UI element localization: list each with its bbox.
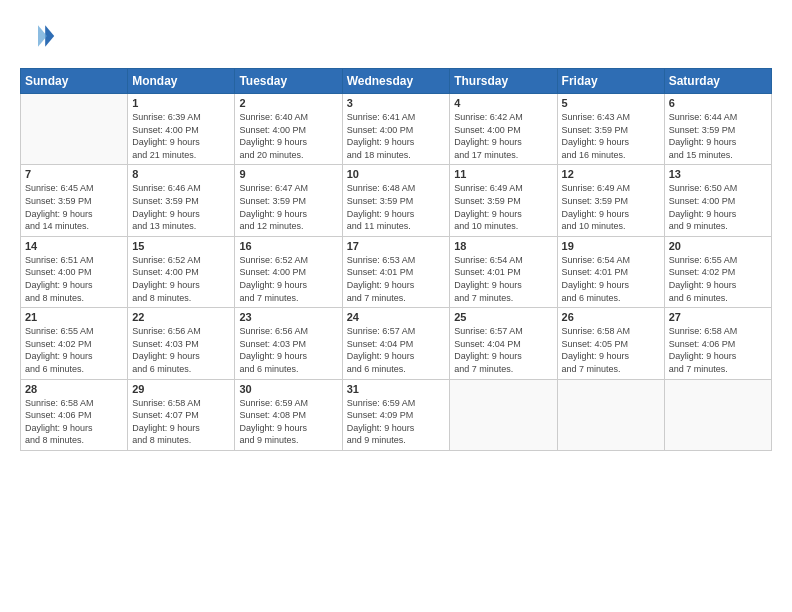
day-number: 18 (454, 240, 552, 252)
day-number: 8 (132, 168, 230, 180)
day-info: Sunrise: 6:44 AM Sunset: 3:59 PM Dayligh… (669, 111, 767, 161)
day-info: Sunrise: 6:55 AM Sunset: 4:02 PM Dayligh… (669, 254, 767, 304)
day-info: Sunrise: 6:56 AM Sunset: 4:03 PM Dayligh… (239, 325, 337, 375)
day-info: Sunrise: 6:40 AM Sunset: 4:00 PM Dayligh… (239, 111, 337, 161)
weekday-tuesday: Tuesday (235, 69, 342, 94)
day-info: Sunrise: 6:59 AM Sunset: 4:09 PM Dayligh… (347, 397, 446, 447)
logo (20, 18, 60, 54)
day-number: 3 (347, 97, 446, 109)
day-cell: 15Sunrise: 6:52 AM Sunset: 4:00 PM Dayli… (128, 236, 235, 307)
day-number: 20 (669, 240, 767, 252)
day-number: 7 (25, 168, 123, 180)
week-row-0: 1Sunrise: 6:39 AM Sunset: 4:00 PM Daylig… (21, 94, 772, 165)
day-info: Sunrise: 6:45 AM Sunset: 3:59 PM Dayligh… (25, 182, 123, 232)
day-number: 14 (25, 240, 123, 252)
day-cell: 9Sunrise: 6:47 AM Sunset: 3:59 PM Daylig… (235, 165, 342, 236)
day-info: Sunrise: 6:54 AM Sunset: 4:01 PM Dayligh… (454, 254, 552, 304)
day-cell: 17Sunrise: 6:53 AM Sunset: 4:01 PM Dayli… (342, 236, 450, 307)
day-number: 28 (25, 383, 123, 395)
day-cell: 2Sunrise: 6:40 AM Sunset: 4:00 PM Daylig… (235, 94, 342, 165)
weekday-sunday: Sunday (21, 69, 128, 94)
day-info: Sunrise: 6:53 AM Sunset: 4:01 PM Dayligh… (347, 254, 446, 304)
day-cell: 4Sunrise: 6:42 AM Sunset: 4:00 PM Daylig… (450, 94, 557, 165)
day-info: Sunrise: 6:58 AM Sunset: 4:06 PM Dayligh… (669, 325, 767, 375)
day-number: 29 (132, 383, 230, 395)
day-info: Sunrise: 6:43 AM Sunset: 3:59 PM Dayligh… (562, 111, 660, 161)
day-number: 2 (239, 97, 337, 109)
week-row-4: 28Sunrise: 6:58 AM Sunset: 4:06 PM Dayli… (21, 379, 772, 450)
day-number: 13 (669, 168, 767, 180)
day-cell (664, 379, 771, 450)
day-info: Sunrise: 6:57 AM Sunset: 4:04 PM Dayligh… (347, 325, 446, 375)
day-cell: 18Sunrise: 6:54 AM Sunset: 4:01 PM Dayli… (450, 236, 557, 307)
day-cell: 30Sunrise: 6:59 AM Sunset: 4:08 PM Dayli… (235, 379, 342, 450)
day-number: 10 (347, 168, 446, 180)
day-cell: 12Sunrise: 6:49 AM Sunset: 3:59 PM Dayli… (557, 165, 664, 236)
weekday-wednesday: Wednesday (342, 69, 450, 94)
day-number: 17 (347, 240, 446, 252)
day-number: 21 (25, 311, 123, 323)
header (20, 18, 772, 54)
day-cell: 10Sunrise: 6:48 AM Sunset: 3:59 PM Dayli… (342, 165, 450, 236)
day-number: 11 (454, 168, 552, 180)
day-number: 24 (347, 311, 446, 323)
day-cell: 20Sunrise: 6:55 AM Sunset: 4:02 PM Dayli… (664, 236, 771, 307)
day-info: Sunrise: 6:39 AM Sunset: 4:00 PM Dayligh… (132, 111, 230, 161)
day-number: 5 (562, 97, 660, 109)
week-row-2: 14Sunrise: 6:51 AM Sunset: 4:00 PM Dayli… (21, 236, 772, 307)
day-info: Sunrise: 6:52 AM Sunset: 4:00 PM Dayligh… (239, 254, 337, 304)
calendar-table: SundayMondayTuesdayWednesdayThursdayFrid… (20, 68, 772, 451)
day-cell: 29Sunrise: 6:58 AM Sunset: 4:07 PM Dayli… (128, 379, 235, 450)
day-cell: 8Sunrise: 6:46 AM Sunset: 3:59 PM Daylig… (128, 165, 235, 236)
day-number: 4 (454, 97, 552, 109)
day-info: Sunrise: 6:58 AM Sunset: 4:07 PM Dayligh… (132, 397, 230, 447)
day-info: Sunrise: 6:49 AM Sunset: 3:59 PM Dayligh… (562, 182, 660, 232)
day-cell: 7Sunrise: 6:45 AM Sunset: 3:59 PM Daylig… (21, 165, 128, 236)
day-info: Sunrise: 6:54 AM Sunset: 4:01 PM Dayligh… (562, 254, 660, 304)
day-cell: 31Sunrise: 6:59 AM Sunset: 4:09 PM Dayli… (342, 379, 450, 450)
day-number: 27 (669, 311, 767, 323)
day-info: Sunrise: 6:41 AM Sunset: 4:00 PM Dayligh… (347, 111, 446, 161)
day-cell: 13Sunrise: 6:50 AM Sunset: 4:00 PM Dayli… (664, 165, 771, 236)
weekday-saturday: Saturday (664, 69, 771, 94)
day-number: 23 (239, 311, 337, 323)
weekday-friday: Friday (557, 69, 664, 94)
day-cell: 19Sunrise: 6:54 AM Sunset: 4:01 PM Dayli… (557, 236, 664, 307)
day-number: 30 (239, 383, 337, 395)
day-number: 16 (239, 240, 337, 252)
day-number: 12 (562, 168, 660, 180)
day-cell (450, 379, 557, 450)
weekday-header-row: SundayMondayTuesdayWednesdayThursdayFrid… (21, 69, 772, 94)
day-cell: 14Sunrise: 6:51 AM Sunset: 4:00 PM Dayli… (21, 236, 128, 307)
week-row-3: 21Sunrise: 6:55 AM Sunset: 4:02 PM Dayli… (21, 308, 772, 379)
day-number: 31 (347, 383, 446, 395)
day-cell: 24Sunrise: 6:57 AM Sunset: 4:04 PM Dayli… (342, 308, 450, 379)
day-number: 22 (132, 311, 230, 323)
day-info: Sunrise: 6:47 AM Sunset: 3:59 PM Dayligh… (239, 182, 337, 232)
day-cell: 16Sunrise: 6:52 AM Sunset: 4:00 PM Dayli… (235, 236, 342, 307)
day-cell: 28Sunrise: 6:58 AM Sunset: 4:06 PM Dayli… (21, 379, 128, 450)
day-cell: 25Sunrise: 6:57 AM Sunset: 4:04 PM Dayli… (450, 308, 557, 379)
day-info: Sunrise: 6:49 AM Sunset: 3:59 PM Dayligh… (454, 182, 552, 232)
weekday-thursday: Thursday (450, 69, 557, 94)
page: SundayMondayTuesdayWednesdayThursdayFrid… (0, 0, 792, 612)
day-number: 6 (669, 97, 767, 109)
logo-icon (20, 18, 56, 54)
day-info: Sunrise: 6:59 AM Sunset: 4:08 PM Dayligh… (239, 397, 337, 447)
day-info: Sunrise: 6:56 AM Sunset: 4:03 PM Dayligh… (132, 325, 230, 375)
day-info: Sunrise: 6:57 AM Sunset: 4:04 PM Dayligh… (454, 325, 552, 375)
day-number: 25 (454, 311, 552, 323)
week-row-1: 7Sunrise: 6:45 AM Sunset: 3:59 PM Daylig… (21, 165, 772, 236)
day-cell: 6Sunrise: 6:44 AM Sunset: 3:59 PM Daylig… (664, 94, 771, 165)
day-number: 26 (562, 311, 660, 323)
day-number: 19 (562, 240, 660, 252)
day-number: 1 (132, 97, 230, 109)
day-cell (557, 379, 664, 450)
day-info: Sunrise: 6:58 AM Sunset: 4:06 PM Dayligh… (25, 397, 123, 447)
day-number: 9 (239, 168, 337, 180)
day-cell: 11Sunrise: 6:49 AM Sunset: 3:59 PM Dayli… (450, 165, 557, 236)
day-cell: 1Sunrise: 6:39 AM Sunset: 4:00 PM Daylig… (128, 94, 235, 165)
day-info: Sunrise: 6:55 AM Sunset: 4:02 PM Dayligh… (25, 325, 123, 375)
weekday-monday: Monday (128, 69, 235, 94)
day-info: Sunrise: 6:50 AM Sunset: 4:00 PM Dayligh… (669, 182, 767, 232)
